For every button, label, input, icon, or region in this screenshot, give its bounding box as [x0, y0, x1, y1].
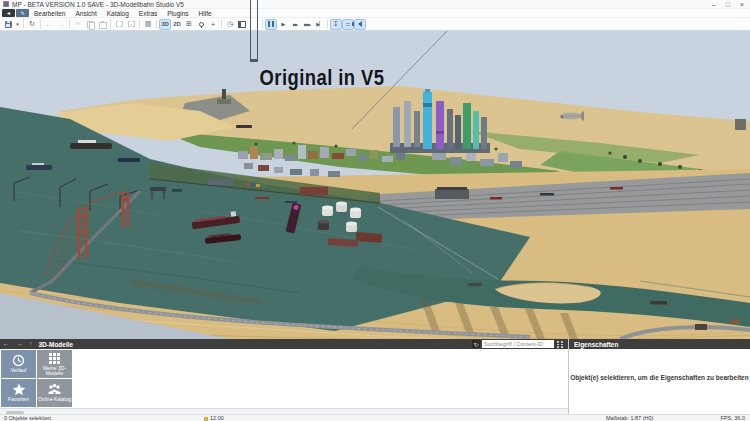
close-button[interactable]: ×	[740, 0, 744, 9]
add-button[interactable]: +	[207, 19, 219, 30]
fastest-forward-button[interactable]: ▶▶▶	[301, 19, 313, 30]
view-2d-button[interactable]: 2D	[171, 19, 183, 30]
tile-meine-3d-modelle[interactable]: Meine 3D-Modelle	[37, 350, 72, 378]
sound-button[interactable]	[354, 19, 366, 30]
refresh-icon: ↻	[473, 341, 478, 348]
redo-icon: →	[58, 21, 65, 28]
tile-label: Verlauf	[11, 368, 27, 374]
play-icon: ▶	[282, 21, 285, 27]
search-input[interactable]	[482, 340, 554, 348]
toolbar-separator	[23, 19, 24, 29]
reset-camera-button[interactable]: ↻	[26, 19, 38, 30]
cut-icon: ✂	[75, 20, 81, 28]
view-3d-button[interactable]: 3D	[159, 19, 171, 30]
view-options-icon[interactable]	[556, 340, 564, 348]
viewport-overlay: Original in V5	[260, 66, 385, 90]
copy-button[interactable]	[84, 19, 96, 30]
catalog-panel: ← → ↑ 3D-Modelle ↻ Verla	[0, 339, 568, 414]
menu-ansicht[interactable]: Ansicht	[70, 9, 101, 18]
catalog-up-button[interactable]: ↑	[26, 339, 36, 349]
skip-to-end-button[interactable]: ▶▏	[313, 19, 325, 30]
properties-panel: Eigenschaften Objekt(e) selektieren, um …	[568, 339, 750, 414]
snap-ground-button[interactable]: ↧	[330, 19, 342, 30]
properties-title: Eigenschaften	[574, 341, 618, 348]
titlebar: MP - BETA VERSION 1.0 SAVE - 3D-Modellba…	[0, 0, 750, 9]
pause-button[interactable]	[265, 19, 277, 30]
toolbar-separator	[327, 19, 328, 29]
light-button[interactable]	[195, 19, 207, 30]
daytime-button[interactable]: ◷	[224, 19, 236, 30]
tile-favoriten[interactable]: Favoriten	[1, 379, 36, 407]
time-status: 12:00	[204, 415, 224, 421]
window-controls: – □ ×	[712, 0, 748, 9]
statusbar: 0 Objekte selektiert 12:00 Maßstab: 1:87…	[0, 414, 750, 421]
chevron-down-icon: ▾	[16, 21, 19, 27]
menu-plugins[interactable]: Plugins	[162, 9, 193, 18]
catalog-back-button[interactable]: ←	[0, 339, 13, 349]
layers-icon: ▥	[145, 20, 152, 28]
selection-status: 0 Objekte selektiert	[4, 415, 51, 421]
toolbar-separator	[110, 19, 111, 29]
viewport-overlay-label: Original in V5	[260, 66, 385, 90]
menu-hilfe[interactable]: Hilfe	[194, 9, 217, 18]
panel-left-button[interactable]	[236, 19, 248, 30]
window-title: MP - BETA VERSION 1.0 SAVE - 3D-Modellba…	[12, 0, 184, 9]
grid-icon: ⊞	[186, 20, 192, 28]
save-dropdown-button[interactable]: ▾	[14, 19, 21, 30]
back-mode-button[interactable]: ◄	[2, 9, 15, 17]
grid-button[interactable]: ⊞	[183, 19, 195, 30]
redo-button[interactable]: →	[55, 19, 67, 30]
toolbar-separator	[156, 19, 157, 29]
undo-button[interactable]: ←	[43, 19, 55, 30]
fast-forward-button[interactable]: ▶▶	[289, 19, 301, 30]
save-icon	[5, 21, 12, 28]
app-icon	[3, 1, 9, 7]
reset-icon: ↻	[29, 20, 35, 28]
search-refresh-button[interactable]: ↻	[472, 340, 480, 348]
menu-katalog[interactable]: Katalog	[102, 9, 134, 18]
star-icon	[12, 383, 26, 396]
select-object-button[interactable]	[125, 19, 137, 30]
menu-extras[interactable]: Extras	[134, 9, 162, 18]
panel-left-icon	[238, 21, 246, 28]
snap-track-icon: =	[346, 21, 350, 28]
skip-to-end-icon: ▶▏	[316, 21, 322, 27]
play-button[interactable]: ▶	[277, 19, 289, 30]
viewport-3d-scene[interactable]: Original in V5	[0, 31, 750, 339]
time-value: 12:00	[210, 415, 224, 421]
tile-label: Meine 3D-Modelle	[37, 366, 72, 377]
save-button[interactable]	[2, 19, 14, 30]
toolbar: ▾ ↻ ← → ✂ ▥ 3D 2D ⊞ + ◷ ▶ ▶▶ ▶▶▶ ▶▏ ↧ =	[0, 18, 750, 31]
marquee-select-icon	[128, 21, 135, 27]
menubar: ◄ ✎ Bearbeiten Ansicht Katalog Extras Pl…	[0, 9, 750, 18]
snap-ground-icon: ↧	[333, 20, 339, 28]
tile-online-katalog[interactable]: Online-Katalog	[37, 379, 72, 407]
view-3d-label: 3D	[161, 21, 169, 27]
speaker-icon	[358, 21, 362, 27]
paste-icon	[99, 21, 106, 28]
tile-verlauf[interactable]: Verlauf	[1, 350, 36, 378]
menu-bearbeiten[interactable]: Bearbeiten	[29, 9, 70, 18]
paste-button[interactable]	[96, 19, 108, 30]
catalog-header: ← → ↑ 3D-Modelle ↻	[0, 339, 568, 349]
layers-button[interactable]: ▥	[142, 19, 154, 30]
cut-button[interactable]: ✂	[72, 19, 84, 30]
catalog-body: Verlauf Meine 3D-Modelle	[0, 349, 568, 408]
lamp-icon	[199, 22, 204, 27]
select-area-button[interactable]	[113, 19, 125, 30]
tile-label: Online-Katalog	[38, 397, 71, 403]
minimize-button[interactable]: –	[712, 0, 716, 9]
edit-mode-button[interactable]: ✎	[16, 9, 29, 17]
maximize-button[interactable]: □	[726, 0, 730, 9]
toolbar-separator	[40, 19, 41, 29]
view-2d-label: 2D	[173, 21, 181, 27]
search-group: ↻	[472, 340, 564, 348]
plus-icon: +	[211, 21, 215, 28]
panel-bottom-button[interactable]	[248, 19, 260, 30]
app-window: MP - BETA VERSION 1.0 SAVE - 3D-Modellba…	[0, 0, 750, 421]
catalog-title: 3D-Modelle	[39, 341, 74, 348]
toolbar-separator	[262, 19, 263, 29]
catalog-forward-button[interactable]: →	[13, 339, 26, 349]
panel-bottom-icon	[250, 0, 258, 62]
marquee-icon	[116, 21, 123, 27]
